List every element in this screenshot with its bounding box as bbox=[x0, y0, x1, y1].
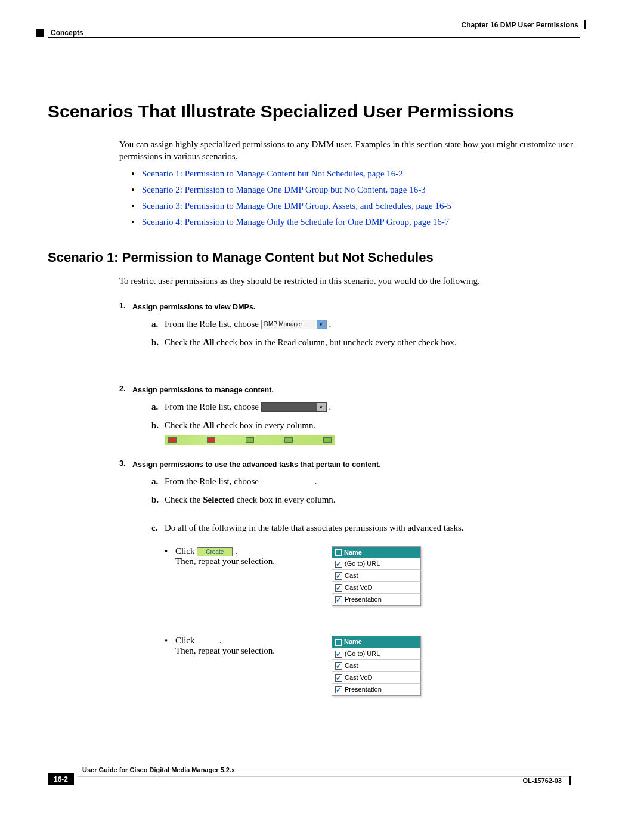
click-label: Click bbox=[175, 546, 197, 556]
footer-bar-icon bbox=[569, 776, 571, 785]
sub-b: b. Check the Selected check box in every… bbox=[151, 494, 578, 506]
table-row: Cast bbox=[332, 570, 421, 582]
checkbox-icon bbox=[335, 549, 342, 556]
sub-b-prefix: Check the bbox=[165, 337, 203, 347]
step-title: Assign permissions to use the advanced t… bbox=[132, 460, 381, 469]
intro-text: You can assign highly specialized permis… bbox=[119, 138, 578, 163]
checkbox-icon[interactable] bbox=[335, 584, 342, 592]
page-header: Concepts Chapter 16 DMP User Permissions bbox=[0, 0, 644, 36]
sub-letter: a. bbox=[151, 318, 158, 330]
sub-letter: a. bbox=[151, 475, 158, 488]
sub-letter: c. bbox=[151, 522, 157, 534]
checkbox-icon[interactable] bbox=[335, 561, 342, 568]
table-row: (Go to) URL bbox=[332, 558, 421, 570]
scenario-1-lead: To restrict user permissions as they sho… bbox=[119, 275, 578, 287]
footer-rule bbox=[78, 776, 572, 777]
table-row: (Go to) URL bbox=[332, 648, 421, 660]
inner-left: Click . Then, repeat your selection. bbox=[165, 636, 332, 656]
sub-a-text: From the Role list, choose bbox=[165, 402, 259, 411]
step-number: 1. bbox=[119, 302, 125, 310]
scenario-links: Scenario 1: Permission to Manage Content… bbox=[131, 169, 578, 227]
checkbox-icon bbox=[335, 639, 342, 646]
sub-c: c. Do all of the following in the table … bbox=[151, 522, 578, 534]
table-row: Presentation bbox=[332, 684, 421, 696]
table-header: Name bbox=[332, 636, 421, 648]
header-section-label: Concepts bbox=[51, 29, 83, 37]
sub-a: a. From the Role list, choose ▾ . bbox=[151, 401, 578, 413]
link-scenario-2[interactable]: Scenario 2: Permission to Manage One DMP… bbox=[142, 185, 426, 194]
checkbox-icon[interactable] bbox=[335, 572, 342, 580]
sub-a: a. From the Role list, choose . bbox=[151, 475, 578, 488]
checkbox-icon[interactable] bbox=[335, 651, 342, 658]
list-item: Scenario 2: Permission to Manage One DMP… bbox=[131, 185, 578, 195]
checkbox-icon[interactable] bbox=[335, 596, 342, 603]
page-title: Scenarios That Illustrate Specialized Us… bbox=[48, 101, 578, 122]
sub-b: b. Check the All check box in every colu… bbox=[151, 419, 578, 432]
repeat-text: Then, repeat your selection. bbox=[175, 556, 275, 566]
segment-icon bbox=[246, 437, 254, 443]
chevron-down-icon: ▾ bbox=[317, 320, 326, 329]
sub-letter: b. bbox=[151, 336, 159, 349]
click-label: Click bbox=[175, 636, 195, 645]
header-chapter: Chapter 16 DMP User Permissions bbox=[461, 21, 578, 29]
sub-a: a. From the Role list, choose DMP Manage… bbox=[151, 318, 578, 330]
link-scenario-3[interactable]: Scenario 3: Permission to Manage One DMP… bbox=[142, 201, 451, 210]
chevron-down-icon: ▾ bbox=[317, 403, 326, 411]
step-number: 2. bbox=[119, 385, 125, 393]
inner-left: Click Create . Then, repeat your selecti… bbox=[165, 546, 332, 566]
page-content: Scenarios That Illustrate Specialized Us… bbox=[0, 36, 644, 696]
header-marker-icon bbox=[36, 29, 44, 37]
page-number: 16-2 bbox=[48, 773, 74, 785]
role-dropdown[interactable]: DMP Manager ▾ bbox=[261, 320, 327, 329]
role-dropdown[interactable]: ▾ bbox=[261, 402, 327, 412]
table-row: Cast VoD bbox=[332, 582, 421, 594]
sub-b-prefix: Check the bbox=[165, 495, 203, 504]
sub-letter: a. bbox=[151, 401, 158, 413]
footer-guide: User Guide for Cisco Digital Media Manag… bbox=[82, 766, 235, 773]
permissions-table: Name (Go to) URL Cast Cast VoD Presentat… bbox=[332, 546, 421, 606]
intro-paragraph: You can assign highly specialized permis… bbox=[119, 138, 578, 163]
sub-b-prefix: Check the bbox=[165, 420, 203, 430]
sub-letter: b. bbox=[151, 419, 159, 432]
sub-b-suffix: check box in every column. bbox=[214, 420, 315, 430]
header-bar-icon bbox=[584, 20, 586, 29]
segment-icon bbox=[207, 437, 215, 443]
sub-a-text: From the Role list, choose bbox=[165, 476, 259, 486]
sub-letter: b. bbox=[151, 494, 159, 506]
step-3: 3. Assign permissions to use the advance… bbox=[119, 459, 578, 696]
checkbox-icon[interactable] bbox=[335, 686, 342, 693]
dropdown-value: DMP Manager bbox=[264, 321, 302, 327]
list-item: Scenario 3: Permission to Manage One DMP… bbox=[131, 201, 578, 211]
segment-icon bbox=[284, 437, 293, 443]
doc-number: OL-15762-03 bbox=[523, 777, 562, 784]
table-row: Cast VoD bbox=[332, 672, 421, 684]
scenario-1-title: Scenario 1: Permission to Manage Content… bbox=[48, 250, 578, 265]
step-2: 2. Assign permissions to manage content.… bbox=[119, 385, 578, 445]
list-item: Scenario 4: Permission to Manage Only th… bbox=[131, 217, 578, 227]
permission-bar-icon bbox=[165, 435, 335, 445]
sub-b-bold: All bbox=[203, 337, 214, 347]
checkbox-icon[interactable] bbox=[335, 674, 342, 682]
link-scenario-4[interactable]: Scenario 4: Permission to Manage Only th… bbox=[142, 217, 449, 227]
inner-bullets: Click Create . Then, repeat your selecti… bbox=[165, 546, 578, 696]
inner-row: Click . Then, repeat your selection. Nam… bbox=[165, 636, 578, 696]
table-header: Name bbox=[332, 546, 421, 558]
inner-row: Click Create . Then, repeat your selecti… bbox=[165, 546, 578, 606]
list-item: Scenario 1: Permission to Manage Content… bbox=[131, 169, 578, 179]
step-1: 1. Assign permissions to view DMPs. a. F… bbox=[119, 302, 578, 349]
page-footer: User Guide for Cisco Digital Media Manag… bbox=[0, 797, 644, 833]
create-button[interactable]: Create bbox=[197, 547, 233, 556]
step-title: Assign permissions to view DMPs. bbox=[132, 303, 255, 311]
header-rule bbox=[48, 37, 580, 38]
segment-icon bbox=[323, 437, 332, 443]
step-title: Assign permissions to manage content. bbox=[132, 386, 274, 394]
table-row: Cast bbox=[332, 660, 421, 672]
sub-b-bold: Selected bbox=[203, 495, 234, 504]
sub-b-suffix: check box in the Read column, but unchec… bbox=[214, 337, 457, 347]
sub-b-bold: All bbox=[203, 420, 214, 430]
link-scenario-1[interactable]: Scenario 1: Permission to Manage Content… bbox=[142, 169, 403, 178]
step-number: 3. bbox=[119, 459, 125, 467]
table-row: Presentation bbox=[332, 594, 421, 606]
permissions-table: Name (Go to) URL Cast Cast VoD Presentat… bbox=[332, 636, 421, 696]
checkbox-icon[interactable] bbox=[335, 662, 342, 670]
